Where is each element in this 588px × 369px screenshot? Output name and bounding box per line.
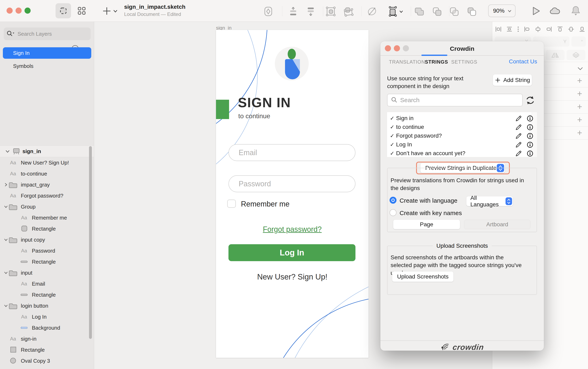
logo-green-dot <box>288 49 296 59</box>
edit-string-button[interactable] <box>515 141 521 148</box>
zoom-level-select[interactable]: 90% <box>488 4 515 17</box>
add-style-button[interactable]: + <box>575 76 585 86</box>
create-with-language-label: Create with language <box>399 197 458 204</box>
rotate-button[interactable] <box>366 6 378 17</box>
align-center-horizontal-icon[interactable] <box>534 25 542 33</box>
layer-row[interactable]: input copy <box>0 234 89 245</box>
source-string-row[interactable]: ✓Don’t have an account yet? <box>387 149 530 158</box>
source-string-row[interactable]: ✓to continue <box>387 122 530 131</box>
layer-row[interactable]: Rectangle <box>0 289 89 300</box>
sign-in-artboard[interactable]: SIGN IN to continue Email Password Remem… <box>216 30 368 358</box>
source-string-row[interactable]: ✓Forgot password? <box>387 131 530 140</box>
layer-row[interactable]: input <box>0 267 89 278</box>
chevron-down-icon[interactable] <box>4 270 8 275</box>
minimize-window-button[interactable] <box>16 8 22 14</box>
boolean-intersect-button[interactable] <box>448 6 460 17</box>
add-string-button[interactable]: Add String <box>493 74 532 86</box>
layer-row[interactable]: AaForgot password? <box>0 190 89 201</box>
create-symbol-button[interactable] <box>262 6 274 17</box>
sign-up-text[interactable]: New User? Sign Up! <box>216 273 368 281</box>
align-right-icon[interactable] <box>545 25 553 33</box>
search-layers-input[interactable]: Search Layers <box>4 28 91 40</box>
align-top-icon[interactable] <box>556 25 564 33</box>
layer-row[interactable]: Aasign-in <box>0 333 89 344</box>
align-middle-vertical-icon[interactable] <box>567 25 575 33</box>
layer-row[interactable]: Rectangle <box>0 223 89 234</box>
edit-string-button[interactable] <box>515 115 521 121</box>
sidebar-page-symbols[interactable]: Symbols <box>3 60 91 72</box>
create-with-key-names-radio[interactable] <box>389 209 397 216</box>
close-window-button[interactable] <box>7 8 13 14</box>
edit-string-button[interactable] <box>515 150 521 156</box>
preview-play-button[interactable] <box>530 5 541 17</box>
layer-row[interactable]: AaRemember me <box>0 212 89 223</box>
group-button[interactable] <box>325 6 336 17</box>
cloud-share-button[interactable] <box>549 5 561 17</box>
layer-row[interactable]: AaNew User? Sign Up! <box>0 157 89 168</box>
artboard-layer-header[interactable]: sign_in <box>0 145 94 157</box>
string-info-button[interactable] <box>527 133 533 139</box>
add-fill-button[interactable]: + <box>575 89 585 99</box>
chevron-right-icon[interactable] <box>4 182 8 187</box>
create-with-language-radio[interactable] <box>389 197 397 204</box>
strings-search-input[interactable]: Search <box>387 94 523 106</box>
layer-row[interactable]: login button <box>0 300 89 311</box>
chevron-down-icon[interactable] <box>4 204 8 209</box>
chevron-down-icon[interactable] <box>4 238 8 242</box>
layer-row[interactable]: Oval Copy 3 <box>0 355 89 366</box>
collapse-section-button[interactable] <box>576 65 585 73</box>
contact-us-link[interactable]: Contact Us <box>380 58 537 65</box>
sidebar-scrollbar[interactable] <box>89 146 92 339</box>
add-border-button[interactable]: + <box>575 102 585 112</box>
string-info-button[interactable] <box>527 141 533 148</box>
boolean-subtract-button[interactable] <box>431 6 443 17</box>
layer-row[interactable]: Rectangle <box>0 344 89 355</box>
distribute-horizontal-button[interactable] <box>287 6 299 17</box>
chevron-down-icon[interactable] <box>4 304 8 308</box>
layer-row[interactable]: AaEmail <box>0 278 89 289</box>
distribute-horizontally-icon[interactable] <box>495 25 502 33</box>
artboard-button[interactable]: Artboard <box>464 220 530 229</box>
source-string-row[interactable]: ✓Log In <box>387 140 530 149</box>
string-info-button[interactable] <box>527 115 533 121</box>
sidebar-page-sign-in[interactable]: Sign In <box>3 47 91 59</box>
align-left-icon[interactable] <box>523 25 531 33</box>
grid-view-toggle[interactable] <box>74 3 89 18</box>
add-blur-button[interactable]: + <box>575 128 585 138</box>
log-in-button[interactable]: Log In <box>229 244 356 261</box>
distribute-vertically-icon[interactable] <box>506 25 513 33</box>
language-dropdown[interactable]: All Languages <box>466 196 513 206</box>
zoom-window-button[interactable] <box>24 8 31 14</box>
search-icon <box>391 97 398 104</box>
more-options-icon[interactable] <box>517 25 520 33</box>
email-field[interactable]: Email <box>229 144 356 161</box>
upload-screenshots-button[interactable]: Upload Screenshots <box>392 271 453 282</box>
insert-button[interactable] <box>103 7 117 16</box>
layer-row[interactable]: AaPassword <box>0 245 89 256</box>
layer-row[interactable]: AaLog In <box>0 311 89 322</box>
layer-row[interactable]: impact_gray <box>0 179 89 190</box>
layer-row[interactable]: Background <box>0 322 89 333</box>
layer-row[interactable]: Rectangle <box>0 256 89 267</box>
page-button[interactable]: Page <box>393 220 460 229</box>
resize-tool-button[interactable] <box>387 6 404 17</box>
add-shadow-button[interactable]: + <box>575 115 585 125</box>
notifications-button[interactable] <box>570 5 581 17</box>
string-info-button[interactable] <box>527 124 533 130</box>
distribute-vertical-button[interactable] <box>305 6 316 17</box>
refresh-strings-button[interactable] <box>525 95 536 107</box>
password-field[interactable]: Password <box>229 175 356 192</box>
canvas-view-toggle[interactable] <box>55 3 71 18</box>
forgot-password-link[interactable]: Forgot password? <box>216 225 368 234</box>
remember-me-checkbox[interactable] <box>227 199 236 208</box>
string-info-button[interactable] <box>527 150 533 156</box>
align-bottom-icon[interactable] <box>578 25 586 33</box>
boolean-difference-button[interactable] <box>466 6 477 17</box>
edit-string-button[interactable] <box>515 124 521 130</box>
edit-string-button[interactable] <box>515 133 521 139</box>
layer-row[interactable]: Group <box>0 201 89 212</box>
boolean-union-button[interactable] <box>414 6 425 17</box>
layer-row[interactable]: Aato-continue <box>0 168 89 179</box>
ungroup-button[interactable] <box>343 6 354 17</box>
source-string-row[interactable]: ✓Sign in <box>387 114 530 123</box>
